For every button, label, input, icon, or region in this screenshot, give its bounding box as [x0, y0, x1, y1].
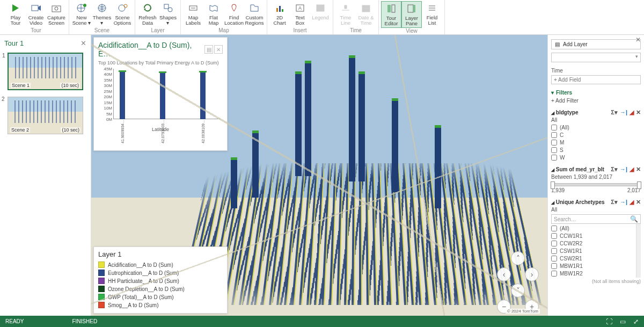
arrow-icon[interactable]: →|	[620, 199, 627, 206]
legend-swatch	[98, 302, 105, 308]
legend-swatch	[98, 294, 105, 300]
svg-rect-30	[413, 5, 415, 12]
shapes-icon	[162, 2, 174, 14]
filter-option[interactable]: M	[551, 140, 641, 146]
refresh-data-button[interactable]: RefreshData	[137, 1, 158, 27]
pan-left-button[interactable]: ‹	[497, 267, 511, 281]
caret-icon[interactable]: ◢	[551, 111, 554, 115]
2d-chart-button[interactable]: 2DChart	[269, 1, 290, 27]
caret-icon[interactable]: ◢	[551, 168, 554, 172]
filter-option[interactable]: (All)	[551, 125, 641, 130]
field-list-button[interactable]: FieldList	[422, 1, 442, 28]
filter-option[interactable]: S	[551, 147, 641, 153]
text-box-button[interactable]: ATextBox	[290, 1, 310, 27]
layer-select[interactable]	[551, 53, 641, 62]
zoom-in-button[interactable]: +	[525, 300, 539, 314]
sigma-icon[interactable]: Σ▾	[611, 199, 618, 206]
tilt-up-button[interactable]: ˄	[511, 251, 525, 265]
legend-swatch	[98, 286, 105, 292]
close-icon[interactable]: ✕	[635, 36, 641, 43]
clear-icon[interactable]: ◢	[630, 199, 634, 206]
svg-point-4	[55, 7, 58, 10]
layer-pane-button[interactable]: LayerPane	[401, 1, 422, 28]
chart-close-icon[interactable]: ✕	[214, 45, 223, 54]
ribbon-group-insert: 2DChartATextBoxLegendInsert	[267, 0, 333, 34]
search-icon[interactable]: 🔍	[630, 215, 638, 223]
archetype-search-input[interactable]: Search… 🔍	[551, 214, 641, 224]
create-video-button[interactable]: CreateVideo	[26, 1, 46, 27]
filter-option[interactable]: MBW1R2	[551, 271, 641, 277]
scene-thumbnail[interactable]: 1 Scene 1 (10 sec)	[8, 53, 83, 90]
play-tour-button[interactable]: PlayTour	[5, 1, 26, 27]
filter-option[interactable]: CSW2R1	[551, 256, 641, 261]
fullscreen-icon[interactable]: ⤢	[633, 318, 639, 325]
tour-editor-button[interactable]: TourEditor	[381, 1, 401, 28]
find-location-button[interactable]: FindLocation	[224, 1, 244, 27]
play-icon	[10, 2, 21, 14]
status-ready: READY	[5, 318, 24, 324]
caret-down-icon[interactable]: ▾	[551, 90, 554, 96]
svg-marker-2	[38, 5, 41, 11]
legend-item: Eutrophication__A to D (Sum)	[98, 270, 223, 276]
status-finished: FINISHED	[72, 318, 97, 324]
flat-map-button[interactable]: FlatMap	[203, 1, 224, 27]
layer-pane: ✕ ▤ Add Layer Time + Add Field ▾Filters …	[547, 35, 644, 316]
filter-option[interactable]: CSW1R1	[551, 248, 641, 254]
legend-swatch	[98, 270, 105, 276]
add-time-field-button[interactable]: + Add Field	[551, 75, 641, 84]
filter-option[interactable]: CCW2R2	[551, 241, 641, 246]
zoom-out-button[interactable]: −	[497, 300, 511, 314]
chart-card[interactable]: Acidification__A to D (Sum), E… ▤ ✕ Top …	[93, 37, 228, 151]
arrow-icon[interactable]: →|	[620, 109, 627, 116]
close-icon[interactable]: ✕	[80, 39, 86, 47]
scene-options-button[interactable]: SceneOptions	[112, 1, 133, 27]
scrollbar-thumb[interactable]	[637, 229, 640, 251]
remove-icon[interactable]: ✕	[636, 109, 641, 116]
caret-icon[interactable]: ◢	[551, 200, 554, 205]
date-time-button: Date &Time	[356, 1, 376, 27]
view-mode-icon[interactable]: ▭	[620, 318, 626, 325]
time-section-label: Time	[551, 68, 641, 74]
legend-card[interactable]: Layer 1 Acidification__A to D (Sum)Eutro…	[93, 246, 228, 314]
tilt-down-button[interactable]: ˅	[511, 284, 525, 297]
map-canvas[interactable]: Acidification__A to D (Sum), E… ▤ ✕ Top …	[91, 35, 547, 316]
timeline-icon	[340, 2, 352, 14]
clear-icon[interactable]: ◢	[630, 109, 634, 116]
camera-icon	[50, 2, 62, 14]
filter-archetypes: ◢ Unique Archetypes Σ▾ →| ◢ ✕ All Search…	[551, 199, 641, 284]
globe-gear-icon	[116, 2, 128, 14]
remove-icon[interactable]: ✕	[636, 166, 641, 173]
scene-thumbnail[interactable]: 2 Scene 2 (10 sec)	[8, 97, 83, 134]
chart-settings-icon[interactable]: ▤	[204, 45, 213, 54]
arrow-icon[interactable]: →|	[620, 166, 627, 173]
themes-button[interactable]: Themes▾	[92, 1, 112, 27]
legend-title: Layer 1	[98, 250, 223, 258]
filter-option[interactable]: (All)	[551, 226, 641, 231]
datetime-icon	[360, 2, 372, 14]
shapes-button[interactable]: Shapes▾	[158, 1, 178, 27]
add-layer-button[interactable]: ▤ Add Layer	[551, 39, 641, 49]
filter-option[interactable]: CCW1R1	[551, 233, 641, 239]
chart-icon	[274, 2, 286, 14]
chart-bar	[200, 72, 206, 119]
sigma-icon[interactable]: Σ▾	[611, 109, 618, 116]
new-scene-button[interactable]: NewScene ▾	[71, 1, 92, 27]
custom-regions-button[interactable]: CustomRegions	[244, 1, 265, 27]
label-icon	[187, 2, 199, 14]
clear-icon[interactable]: ◢	[630, 166, 634, 173]
layers-icon: ▤	[555, 41, 560, 47]
textbox-icon: A	[294, 2, 306, 14]
filter-option[interactable]: W	[551, 155, 641, 161]
filter-option[interactable]: C	[551, 132, 641, 138]
capture-screen-button[interactable]: CaptureScreen	[46, 1, 67, 27]
view-mode-icon[interactable]: ⛶	[606, 318, 612, 325]
filter-option[interactable]: MBW1R1	[551, 263, 641, 269]
sigma-icon[interactable]: Σ▾	[611, 166, 618, 173]
add-filter-button[interactable]: + Add Filter	[551, 98, 641, 104]
map-labels-button[interactable]: MapLabels	[183, 1, 203, 27]
legend-icon	[314, 2, 326, 14]
flatmap-icon	[208, 2, 219, 14]
year-range-slider[interactable]	[551, 183, 641, 186]
pan-right-button[interactable]: ›	[525, 267, 539, 281]
remove-icon[interactable]: ✕	[636, 199, 641, 206]
